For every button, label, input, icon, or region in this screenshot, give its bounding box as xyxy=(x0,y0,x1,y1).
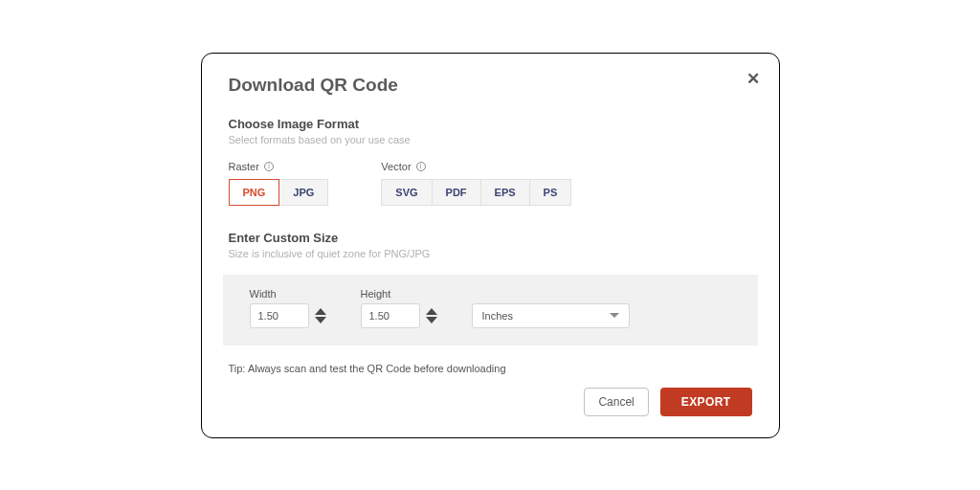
format-section-subtitle: Select formats based on your use case xyxy=(229,134,752,145)
cancel-button[interactable]: Cancel xyxy=(584,388,648,416)
vector-buttons: SVG PDF EPS PS xyxy=(381,179,571,206)
format-ps-button[interactable]: PS xyxy=(529,179,572,206)
close-icon[interactable]: ✕ xyxy=(746,69,760,89)
tip-text: Tip: Always scan and test the QR Code be… xyxy=(229,363,752,374)
height-input[interactable] xyxy=(361,303,420,328)
dialog-title: Download QR Code xyxy=(229,75,752,96)
format-svg-button[interactable]: SVG xyxy=(381,179,432,206)
size-section-subtitle: Size is inclusive of quiet zone for PNG/… xyxy=(229,248,752,259)
height-label: Height xyxy=(361,288,437,300)
width-input[interactable] xyxy=(250,303,309,328)
unit-selected-value: Inches xyxy=(482,310,513,322)
width-step-down-icon[interactable] xyxy=(315,317,326,323)
raster-group: Raster i PNG JPG xyxy=(229,161,329,206)
custom-size-panel: Width Height xyxy=(223,275,758,345)
info-icon[interactable]: i xyxy=(416,162,426,171)
format-jpg-button[interactable]: JPG xyxy=(278,179,328,206)
chevron-down-icon xyxy=(610,313,619,318)
height-stepper xyxy=(426,308,437,323)
vector-group: Vector i SVG PDF EPS PS xyxy=(381,161,571,206)
export-button[interactable]: EXPORT xyxy=(660,388,752,416)
dialog-footer: Cancel EXPORT xyxy=(229,388,752,416)
height-field-group: Height xyxy=(361,288,437,328)
download-qr-dialog: ✕ Download QR Code Choose Image Format S… xyxy=(201,53,780,438)
format-section-title: Choose Image Format xyxy=(229,117,752,131)
raster-buttons: PNG JPG xyxy=(229,179,329,206)
size-section-title: Enter Custom Size xyxy=(229,231,752,245)
width-step-up-icon[interactable] xyxy=(315,308,326,315)
height-step-up-icon[interactable] xyxy=(426,308,437,315)
unit-select[interactable]: Inches xyxy=(472,303,630,328)
format-png-button[interactable]: PNG xyxy=(229,179,280,206)
vector-label: Vector xyxy=(381,161,411,172)
height-step-down-icon[interactable] xyxy=(426,317,437,323)
width-label: Width xyxy=(250,288,326,300)
raster-label: Raster xyxy=(229,161,259,172)
width-field-group: Width xyxy=(250,288,326,328)
info-icon[interactable]: i xyxy=(264,162,274,171)
format-pdf-button[interactable]: PDF xyxy=(432,179,481,206)
format-eps-button[interactable]: EPS xyxy=(480,179,530,206)
width-stepper xyxy=(315,308,326,323)
